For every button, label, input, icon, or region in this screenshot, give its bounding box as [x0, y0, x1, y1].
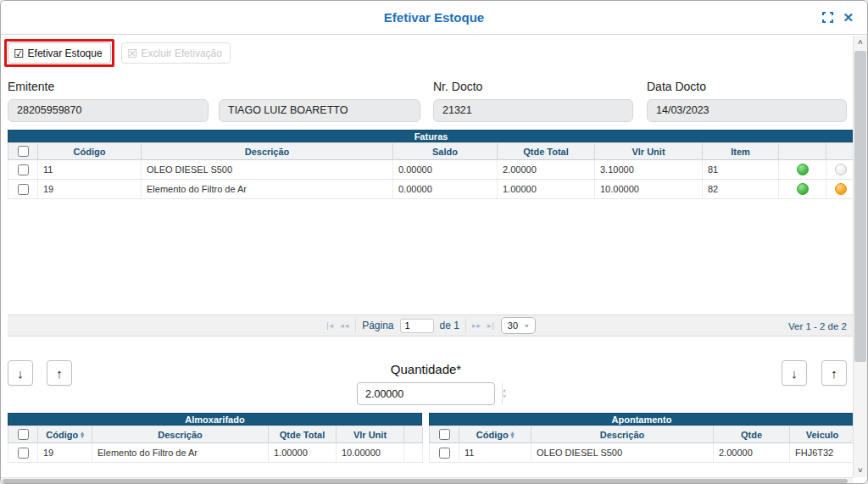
emitente-name-field[interactable]: TIAGO LUIZ BOARETTO [219, 99, 420, 122]
cell-descricao: Elemento do Filtro de Ar [142, 180, 393, 199]
scroll-down-icon[interactable]: ˅ [854, 466, 867, 475]
cell-vlr-unit: 10.00000 [337, 443, 404, 463]
pager-view-range: Ver 1 - 2 de 2 [788, 315, 847, 337]
col-item[interactable]: Item [703, 143, 779, 160]
cell-saldo: 0.00000 [393, 180, 498, 199]
stepper-arrows[interactable]: ˄ ˅ [502, 383, 506, 404]
pager-page-size-value: 30 [508, 320, 518, 331]
pager-page-input[interactable] [400, 319, 434, 333]
almoxarifado-move-up-button[interactable]: ↑ [47, 360, 72, 386]
pager-page-size-select[interactable]: 30 ˅ [501, 317, 536, 334]
col-codigo[interactable]: Código [38, 143, 142, 160]
apontamento-select-all-checkbox[interactable] [439, 429, 450, 440]
nr-docto-label: Nr. Docto [433, 80, 482, 93]
pager-last-icon[interactable]: ▸| [487, 321, 495, 330]
faturas-select-all-checkbox[interactable] [18, 146, 29, 157]
stepper-down-icon[interactable]: ˅ [503, 394, 506, 399]
col-veiculo[interactable]: Veiculo [790, 426, 855, 443]
close-icon[interactable]: ✕ [843, 11, 854, 24]
row-checkbox[interactable] [18, 448, 29, 459]
cell-item: 81 [703, 160, 779, 180]
almoxarifado-move-down-button[interactable]: ↓ [8, 360, 33, 386]
col-vlr-unit[interactable]: Vlr Unit [595, 143, 703, 160]
almoxarifado-grid-title: Almoxarifado [8, 413, 422, 426]
cell-descricao: Elemento do Filtro de Ar [92, 443, 269, 463]
quantidade-label: Quantidade* [357, 362, 495, 376]
horizontal-scrollbar[interactable] [1, 477, 853, 483]
efetivar-estoque-dialog: Efetivar Estoque ✕ ☑ Efetivar Estoque ☒ … [0, 0, 868, 484]
col-status-1 [779, 143, 826, 160]
data-docto-field[interactable]: 14/03/2023 [647, 99, 847, 122]
faturas-grid: Faturas Código Descrição Saldo Qtde Tota… [8, 130, 854, 199]
pager-prev-icon[interactable]: ◂◂ [340, 321, 349, 330]
cell-qtde-total: 1.00000 [269, 443, 337, 463]
col-status-2 [826, 143, 855, 160]
titlebar: Efetivar Estoque ✕ [1, 1, 867, 35]
efetivar-estoque-button[interactable]: ☑ Efetivar Estoque [8, 42, 111, 64]
cell-descricao: OLEO DIESEL S500 [531, 443, 714, 463]
nr-docto-field[interactable]: 21321 [433, 99, 633, 122]
apontamento-move-up-button[interactable]: ↑ [821, 360, 847, 386]
apontamento-grid-title: Apontamento [429, 413, 854, 426]
col-codigo[interactable]: Código ▴▾ [38, 426, 92, 443]
apontamento-move-down-button[interactable]: ↓ [782, 360, 807, 386]
col-codigo[interactable]: Código ▴▾ [459, 426, 531, 443]
cell-qtde-total: 1.00000 [498, 180, 595, 199]
pager-of-label: de 1 [440, 320, 459, 331]
status-green-icon [797, 164, 809, 175]
fullscreen-icon[interactable] [822, 12, 833, 23]
sort-icon: ▴▾ [511, 431, 515, 438]
table-row[interactable]: 11 OLEO DIESEL S500 0.00000 2.00000 3.10… [8, 160, 854, 180]
emitente-label: Emitente [8, 80, 54, 93]
cell-item: 82 [703, 180, 779, 199]
faturas-pager: |◂ ◂◂ Página de 1 ▸▸ ▸| 30 ˅ Ver 1 - 2 d… [8, 314, 854, 337]
table-row[interactable]: 19 Elemento do Filtro de Ar 0.00000 1.00… [8, 180, 854, 199]
apontamento-grid: Apontamento Código ▴▾ Descrição Qtde Vei… [429, 413, 854, 463]
col-descricao[interactable]: Descrição [92, 426, 269, 443]
col-vlr-unit[interactable]: Vlr Unit [337, 426, 404, 443]
cell-saldo: 0.00000 [393, 160, 498, 180]
quantidade-input[interactable] [358, 383, 502, 404]
col-qtde[interactable]: Qtde [714, 426, 790, 443]
faturas-grid-title: Faturas [8, 130, 854, 142]
col-descricao[interactable]: Descrição [531, 426, 714, 443]
cell-codigo: 11 [38, 160, 142, 180]
cell-spacer [404, 443, 423, 463]
emitente-code-field[interactable]: 28205959870 [8, 99, 209, 122]
cell-vlr-unit: 10.00000 [595, 180, 703, 199]
chevron-down-icon: ˅ [525, 322, 529, 330]
cell-qtde-total: 2.00000 [498, 160, 595, 180]
x-box-icon: ☒ [127, 47, 138, 59]
excluir-efetivacao-button[interactable]: ☒ Excluir Efetivação [121, 42, 231, 64]
vertical-scrollbar[interactable]: ˄ ˅ [853, 36, 867, 477]
faturas-header-row: Código Descrição Saldo Qtde Total Vlr Un… [8, 142, 854, 160]
scroll-up-icon[interactable]: ˄ [854, 38, 867, 47]
col-saldo[interactable]: Saldo [393, 143, 498, 160]
efetivar-estoque-button-label: Efetivar Estoque [28, 47, 103, 59]
col-codigo-label: Código [46, 430, 78, 440]
almoxarifado-grid: Almoxarifado Código ▴▾ Descrição Qtde To… [8, 413, 422, 463]
row-checkbox[interactable] [18, 184, 29, 195]
status-green-icon [797, 183, 809, 195]
pager-next-icon[interactable]: ▸▸ [472, 321, 481, 330]
table-row[interactable]: 19 Elemento do Filtro de Ar 1.00000 10.0… [8, 443, 422, 463]
cell-codigo: 19 [38, 443, 92, 463]
excluir-efetivacao-button-label: Excluir Efetivação [142, 47, 222, 59]
col-qtde-total[interactable]: Qtde Total [498, 143, 595, 160]
arrow-up-icon: ↑ [56, 366, 63, 381]
almoxarifado-select-all-checkbox[interactable] [18, 429, 29, 440]
apontamento-header-row: Código ▴▾ Descrição Qtde Veiculo [429, 426, 854, 443]
row-checkbox[interactable] [18, 164, 29, 175]
data-docto-label: Data Docto [647, 80, 706, 93]
horizontal-scrollbar-thumb[interactable] [3, 479, 848, 483]
col-qtde-total[interactable]: Qtde Total [269, 426, 337, 443]
row-checkbox[interactable] [439, 448, 450, 459]
quantidade-stepper: ˄ ˅ [357, 382, 495, 405]
pager-first-icon[interactable]: |◂ [326, 321, 334, 330]
table-row[interactable]: 11 OLEO DIESEL S500 2.00000 FHJ6T32 [429, 443, 854, 463]
pager-pagina-label: Página [362, 320, 393, 331]
vertical-scrollbar-thumb[interactable] [854, 51, 866, 362]
arrow-down-icon: ↓ [17, 366, 24, 381]
cell-veiculo: FHJ6T32 [790, 443, 855, 463]
col-descricao[interactable]: Descrição [142, 143, 393, 160]
